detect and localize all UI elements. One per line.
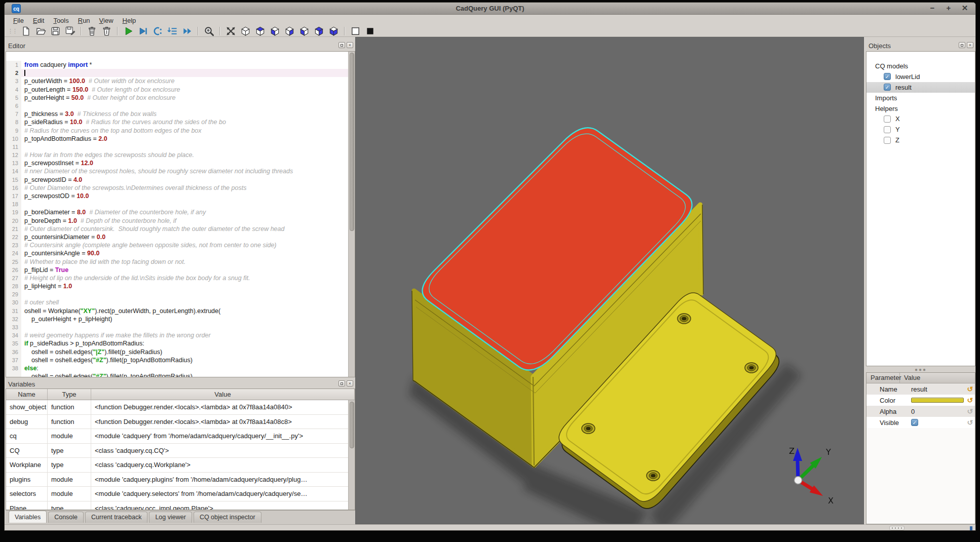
variable-row-plugins[interactable]: pluginsmodule<module 'cadquery.plugins' … xyxy=(6,473,355,487)
tree-item-y[interactable]: Y xyxy=(866,124,975,135)
view-iso-button[interactable] xyxy=(239,25,252,36)
maximize-button[interactable]: + xyxy=(944,4,953,13)
scrollbar-thumb[interactable] xyxy=(350,53,354,231)
float-panel-icon[interactable] xyxy=(338,380,345,386)
view-left-button[interactable] xyxy=(297,25,311,36)
checkbox-result[interactable]: ✓ xyxy=(884,84,891,91)
reset-param-button[interactable]: ↺ xyxy=(965,407,975,415)
open-file-button[interactable] xyxy=(34,25,48,36)
tab-console[interactable]: Console xyxy=(48,512,84,523)
zoom-selection-button[interactable] xyxy=(202,25,216,36)
variable-row-selectors[interactable]: selectorsmodule<module 'cadquery.selecto… xyxy=(6,487,355,501)
step-into-button[interactable] xyxy=(166,25,179,36)
cell: <module 'cadquery.plugins' from '/home/a… xyxy=(91,473,355,487)
code-line-4: 4p_outerLength = 150.0 # Outer length of… xyxy=(6,86,355,94)
run-to-end-button[interactable] xyxy=(180,25,194,36)
param-value[interactable]: 0 xyxy=(900,408,965,415)
variable-row-workplane[interactable]: Workplanetype<class 'cadquery.cq.Workpla… xyxy=(6,458,355,473)
variable-row-cq[interactable]: CQtype<class 'cadquery.cq.CQ'> xyxy=(6,444,355,458)
variables-scrollbar[interactable] xyxy=(348,400,355,510)
code-editor[interactable]: 1from cadquery import *23p_outerWidth = … xyxy=(6,51,355,377)
panel-splitter[interactable]: ●●● xyxy=(866,366,975,372)
tree-label: Helpers xyxy=(875,105,898,112)
param-value[interactable] xyxy=(900,398,965,403)
checkbox-lowerlid[interactable]: ✓ xyxy=(884,73,891,80)
code-lines[interactable]: 1from cadquery import *23p_outerWidth = … xyxy=(6,52,355,377)
menu-edit[interactable]: Edit xyxy=(28,16,49,25)
close-panel-icon[interactable]: × xyxy=(347,42,353,48)
delete-object-button[interactable] xyxy=(85,25,99,36)
tree-item-x[interactable]: X xyxy=(866,113,975,124)
play-icon xyxy=(126,27,132,34)
view-plain-button[interactable] xyxy=(349,25,362,36)
tab-current-traceback[interactable]: Current traceback xyxy=(85,512,147,523)
tree-group-cq-models[interactable]: CQ models xyxy=(866,61,975,71)
close-button[interactable]: ✕ xyxy=(960,4,969,13)
tab-log-viewer[interactable]: Log viewer xyxy=(149,512,192,523)
menu-help[interactable]: Help xyxy=(118,16,141,25)
color-swatch[interactable] xyxy=(911,398,964,403)
param-row-name: Nameresult↺ xyxy=(866,383,975,395)
tab-cq-object-inspector[interactable]: CQ object inspector xyxy=(194,512,261,523)
close-panel-icon[interactable]: × xyxy=(347,380,353,386)
editor-scrollbar[interactable] xyxy=(348,52,355,377)
reset-param-button[interactable]: ↺ xyxy=(965,396,975,404)
column-header-value[interactable]: Value xyxy=(91,389,355,400)
checkbox-y[interactable] xyxy=(884,126,891,133)
open-folder-icon xyxy=(37,28,46,34)
column-header-type[interactable]: Type xyxy=(48,389,91,400)
menu-tools[interactable]: Tools xyxy=(49,16,73,25)
float-panel-icon[interactable] xyxy=(338,42,345,48)
view-bottom-button[interactable] xyxy=(268,25,282,36)
code-line-11: 11 xyxy=(6,143,355,151)
menu-view[interactable]: View xyxy=(95,16,118,25)
view-back-button[interactable] xyxy=(327,25,341,36)
param-value[interactable]: ✓ xyxy=(900,419,965,426)
tab-variables[interactable]: Variables xyxy=(9,511,47,523)
menu-run[interactable]: Run xyxy=(73,16,95,25)
debug-continue-button[interactable] xyxy=(136,25,150,36)
tree-item-z[interactable]: Z xyxy=(866,135,975,145)
parameters-panel: Parameter Value Nameresult↺Color↺Alpha0↺… xyxy=(866,372,975,524)
save-button[interactable] xyxy=(49,25,62,36)
variable-row-show-object[interactable]: show_objectfunction<function Debugger.re… xyxy=(6,400,355,415)
viewport-3d[interactable]: Z Y X xyxy=(355,37,864,524)
tree-item-result[interactable]: ✓result xyxy=(866,82,975,93)
float-panel-icon[interactable] xyxy=(959,42,965,48)
menu-file[interactable]: File xyxy=(9,16,28,25)
clear-all-button[interactable] xyxy=(100,25,114,36)
close-panel-icon[interactable]: × xyxy=(967,42,973,48)
step-over-button[interactable] xyxy=(151,25,165,36)
tree-label: result xyxy=(895,84,912,91)
reset-param-button[interactable]: ↺ xyxy=(965,418,975,427)
save-as-button[interactable] xyxy=(63,25,77,36)
variable-row-cq[interactable]: cqmodule<module 'cadquery' from '/home/a… xyxy=(6,429,355,444)
checkbox-z[interactable] xyxy=(884,137,891,144)
axis-z-label: Z xyxy=(789,446,795,456)
view-shaded-button[interactable] xyxy=(363,25,377,36)
new-file-button[interactable] xyxy=(19,25,33,36)
run-button[interactable] xyxy=(122,25,135,36)
scrollbar-thumb[interactable] xyxy=(350,402,354,448)
cell: type xyxy=(48,501,91,511)
view-front-button[interactable] xyxy=(312,25,326,36)
status-grip[interactable] xyxy=(889,526,904,530)
param-value[interactable]: result xyxy=(900,385,965,393)
view-top-button[interactable] xyxy=(253,25,267,36)
tree-item-lowerlid[interactable]: ✓lowerLid xyxy=(866,71,975,82)
variable-row-plane[interactable]: Planetype<class 'cadquery.occ_impl.geom.… xyxy=(6,501,355,511)
code-line-17: 17p_screwpostOD = 10.0 xyxy=(6,192,355,200)
view-right-button[interactable] xyxy=(283,25,296,36)
checkbox-x[interactable] xyxy=(884,115,891,123)
column-header-name[interactable]: Name xyxy=(6,389,48,400)
cell: module xyxy=(48,473,91,487)
toolbar-drag-handle[interactable]: ⋮⋮ xyxy=(8,28,17,34)
tree-group-imports[interactable]: Imports xyxy=(866,93,975,103)
titlebar[interactable]: cq CadQuery GUI (PyQT) −+✕ xyxy=(5,3,975,15)
visible-checkbox[interactable]: ✓ xyxy=(911,419,918,426)
minimize-button[interactable]: − xyxy=(928,4,937,13)
tree-group-helpers[interactable]: Helpers xyxy=(866,103,975,114)
variable-row-debug[interactable]: debugfunction<function Debugger.render.<… xyxy=(6,415,355,430)
fit-view-button[interactable] xyxy=(224,25,238,36)
reset-param-button[interactable]: ↺ xyxy=(965,385,975,393)
